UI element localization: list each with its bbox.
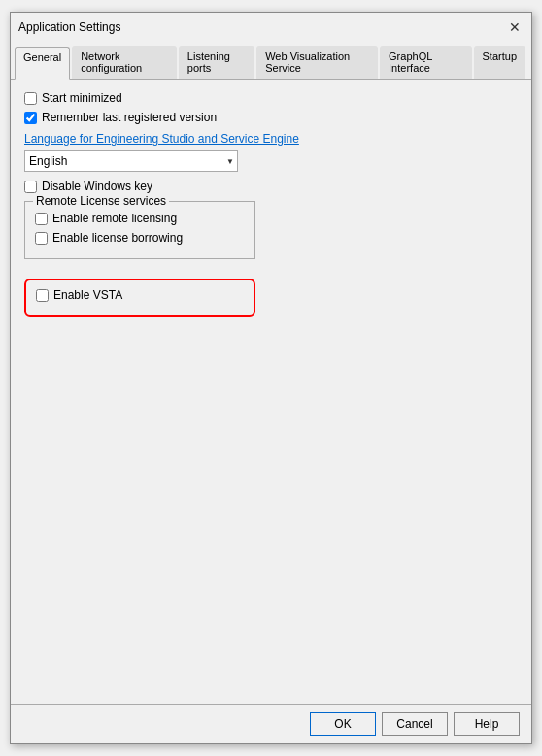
tabs-container: General Network configuration Listening … (11, 42, 531, 80)
title-bar: Application Settings ✕ (11, 13, 531, 42)
cancel-button[interactable]: Cancel (382, 712, 448, 736)
remote-license-group-label: Remote License services (33, 194, 169, 208)
remember-version-label[interactable]: Remember last registered version (42, 111, 217, 124)
application-settings-dialog: Application Settings ✕ General Network c… (10, 12, 532, 744)
help-button[interactable]: Help (454, 712, 520, 736)
enable-vsta-label[interactable]: Enable VSTA (53, 288, 122, 302)
enable-remote-licensing-row: Enable remote licensing (35, 212, 245, 225)
ok-button[interactable]: OK (310, 712, 376, 736)
enable-license-borrowing-row: Enable license borrowing (35, 231, 245, 245)
vsta-section: Enable VSTA (24, 279, 255, 317)
tab-web-visualization[interactable]: Web Visualization Service (256, 46, 378, 79)
enable-remote-licensing-label[interactable]: Enable remote licensing (52, 212, 177, 225)
start-minimized-row: Start minimized (24, 91, 518, 105)
close-button[interactable]: ✕ (506, 18, 524, 36)
remember-version-checkbox[interactable] (24, 112, 37, 124)
bottom-buttons: OK Cancel Help (11, 704, 531, 743)
remote-license-group-content: Enable remote licensing Enable license b… (35, 212, 245, 245)
disable-windows-key-row: Disable Windows key (24, 180, 518, 193)
content-area: Start minimized Remember last registered… (11, 80, 531, 704)
tab-listening-ports[interactable]: Listening ports (179, 46, 254, 79)
start-minimized-label[interactable]: Start minimized (42, 91, 122, 105)
language-select-wrapper: English German French Spanish (24, 150, 238, 172)
enable-license-borrowing-checkbox[interactable] (35, 232, 48, 245)
remember-version-row: Remember last registered version (24, 111, 518, 124)
language-select[interactable]: English German French Spanish (24, 150, 238, 172)
enable-vsta-checkbox[interactable] (36, 289, 49, 302)
language-section: Language for Engineering Studio and Serv… (24, 132, 518, 172)
language-link[interactable]: Language for Engineering Studio and Serv… (24, 132, 518, 146)
enable-remote-licensing-checkbox[interactable] (35, 213, 48, 225)
dialog-title: Application Settings (18, 20, 120, 34)
tab-general[interactable]: General (15, 47, 70, 80)
enable-license-borrowing-label[interactable]: Enable license borrowing (52, 231, 183, 245)
disable-windows-checkbox[interactable] (24, 181, 37, 193)
tab-startup[interactable]: Startup (474, 46, 525, 79)
start-minimized-checkbox[interactable] (24, 92, 37, 105)
remote-license-group: Remote License services Enable remote li… (24, 201, 255, 259)
tab-network-configuration[interactable]: Network configuration (72, 46, 177, 79)
enable-vsta-row: Enable VSTA (36, 288, 244, 302)
tab-graphql[interactable]: GraphQL Interface (380, 46, 471, 79)
disable-windows-label[interactable]: Disable Windows key (42, 180, 152, 193)
